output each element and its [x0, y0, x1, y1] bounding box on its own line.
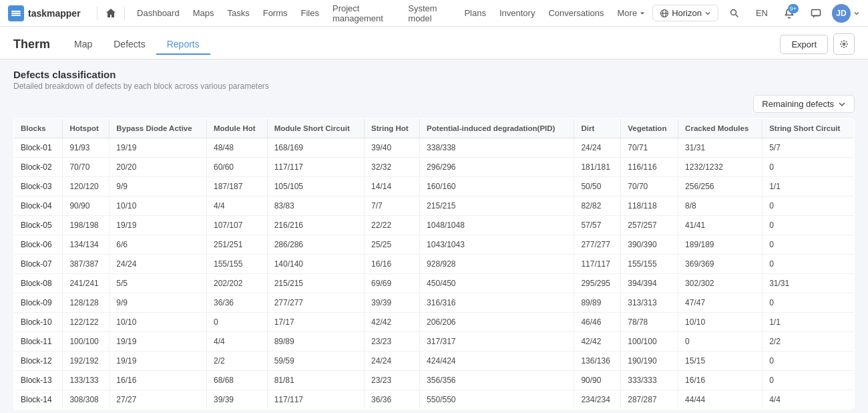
- data-cell: 0: [678, 332, 763, 352]
- data-cell: 215/215: [420, 196, 574, 216]
- data-cell: 277/277: [267, 293, 364, 313]
- export-button[interactable]: Export: [780, 35, 828, 54]
- data-cell: 0: [206, 313, 267, 332]
- data-cell: 90/90: [63, 196, 110, 216]
- data-cell: 20/20: [110, 158, 207, 177]
- filter-dropdown[interactable]: Remaining defects: [753, 95, 855, 113]
- data-cell: 10/10: [110, 196, 207, 216]
- table-row: Block-06134/1346/6251/251286/28625/25104…: [14, 235, 855, 255]
- data-cell: 190/190: [621, 352, 678, 371]
- dropdown-arrow-icon: [704, 10, 711, 17]
- data-cell: 24/24: [574, 138, 621, 158]
- column-header: Module Hot: [206, 119, 267, 138]
- nav-files[interactable]: Files: [294, 0, 326, 27]
- user-menu[interactable]: JD: [832, 4, 860, 23]
- data-cell: 1/1: [763, 177, 855, 196]
- data-cell: 181/181: [574, 158, 621, 177]
- data-cell: 155/155: [206, 255, 267, 274]
- table-row: Block-08241/2415/5202/202215/21569/69450…: [14, 274, 855, 293]
- language-button[interactable]: EN: [750, 3, 773, 24]
- data-cell: 117/117: [574, 255, 621, 274]
- data-cell: 68/68: [206, 371, 267, 390]
- data-cell: 14/14: [365, 177, 420, 196]
- tab-reports[interactable]: Reports: [156, 35, 210, 55]
- data-cell: 136/136: [574, 352, 621, 371]
- data-cell: 24/24: [110, 255, 207, 274]
- section-subtitle: Detailed breakdown of defects by each bl…: [13, 82, 855, 91]
- data-cell: 100/100: [63, 332, 110, 352]
- data-cell: 1/1: [763, 313, 855, 332]
- svg-rect-0: [11, 11, 21, 12]
- table-row: Block-14308/30827/2739/39117/11736/36550…: [14, 390, 855, 410]
- data-cell: 44/44: [678, 390, 763, 410]
- column-header: String Hot: [365, 119, 420, 138]
- home-button[interactable]: [102, 3, 119, 24]
- block-name-cell: Block-10: [14, 313, 63, 332]
- data-cell: 25/25: [365, 235, 420, 255]
- filter-chevron-icon: [838, 100, 846, 108]
- data-cell: 241/241: [63, 274, 110, 293]
- data-cell: 550/550: [420, 390, 574, 410]
- nav-project-management[interactable]: Project management: [326, 0, 401, 27]
- search-icon: [729, 8, 740, 19]
- block-name-cell: Block-02: [14, 158, 63, 177]
- data-cell: 31/31: [763, 274, 855, 293]
- table-row: Block-09128/1289/936/36277/27739/39316/3…: [14, 293, 855, 313]
- settings-icon: [839, 39, 849, 49]
- tab-map[interactable]: Map: [63, 35, 103, 55]
- data-cell: 2/2: [763, 332, 855, 352]
- column-header: Hotspot: [63, 119, 110, 138]
- globe-icon: [660, 9, 669, 18]
- notification-badge: 9+: [788, 4, 799, 13]
- avatar: JD: [832, 4, 851, 23]
- data-cell: 295/295: [574, 274, 621, 293]
- data-cell: 302/302: [678, 274, 763, 293]
- nav-inventory[interactable]: Inventory: [493, 0, 541, 27]
- data-cell: 133/133: [63, 371, 110, 390]
- data-cell: 36/36: [206, 293, 267, 313]
- nav-more[interactable]: More: [611, 0, 653, 27]
- data-cell: 134/134: [63, 235, 110, 255]
- data-cell: 118/118: [621, 196, 678, 216]
- nav-dashboard[interactable]: Dashboard: [130, 0, 186, 27]
- data-cell: 19/19: [110, 138, 207, 158]
- nav-tasks[interactable]: Tasks: [220, 0, 256, 27]
- table-settings-button[interactable]: [833, 33, 855, 55]
- data-cell: 117/117: [267, 390, 364, 410]
- data-cell: 78/78: [621, 313, 678, 332]
- data-cell: 105/105: [267, 177, 364, 196]
- nav-maps[interactable]: Maps: [186, 0, 221, 27]
- data-cell: 89/89: [574, 293, 621, 313]
- data-cell: 338/338: [420, 138, 574, 158]
- data-cell: 16/16: [678, 371, 763, 390]
- svg-point-6: [730, 9, 736, 15]
- data-cell: 122/122: [63, 313, 110, 332]
- nav-system-model[interactable]: System model: [401, 0, 457, 27]
- nav-conversations[interactable]: Conversations: [541, 0, 610, 27]
- block-name-cell: Block-09: [14, 293, 63, 313]
- tab-defects[interactable]: Defects: [103, 35, 156, 55]
- data-cell: 57/57: [574, 216, 621, 235]
- data-cell: 27/27: [110, 390, 207, 410]
- app-logo[interactable]: taskmapper: [8, 5, 81, 21]
- chevron-down-icon: [639, 10, 646, 17]
- data-cell: 70/71: [621, 138, 678, 158]
- data-cell: 0: [763, 371, 855, 390]
- data-cell: 189/189: [678, 235, 763, 255]
- nav-plans[interactable]: Plans: [457, 0, 493, 27]
- nav-divider: [97, 7, 97, 20]
- data-cell: 91/93: [63, 138, 110, 158]
- data-cell: 206/206: [420, 313, 574, 332]
- data-cell: 90/90: [574, 371, 621, 390]
- nav-forms[interactable]: Forms: [256, 0, 294, 27]
- site-selector[interactable]: Horizon: [652, 5, 718, 21]
- table-container: Remaining defects BlocksHotspotBypass Di…: [0, 95, 868, 413]
- notifications-button[interactable]: 9+: [779, 3, 800, 24]
- data-cell: 1232/1232: [678, 158, 763, 177]
- messages-button[interactable]: [805, 3, 827, 24]
- search-button[interactable]: [724, 3, 745, 24]
- block-name-cell: Block-03: [14, 177, 63, 196]
- top-nav: taskmapper Dashboard Maps Tasks Forms Fi…: [0, 0, 868, 27]
- defects-table: BlocksHotspotBypass Diode ActiveModule H…: [13, 118, 855, 410]
- data-cell: 81/81: [267, 371, 364, 390]
